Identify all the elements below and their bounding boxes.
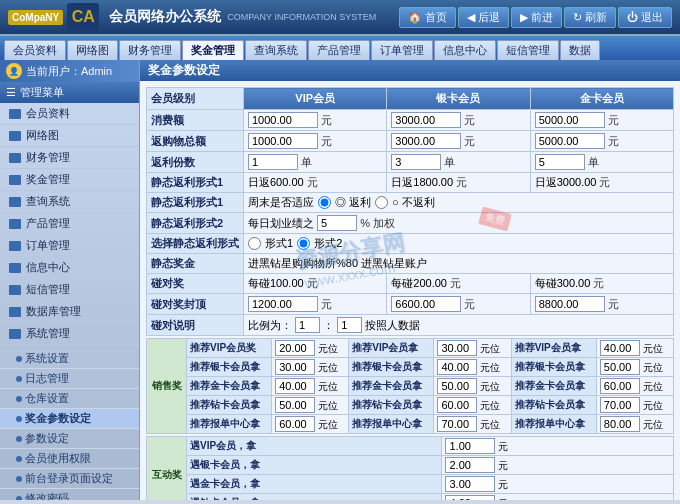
tab-network[interactable]: 网络图 [67,40,118,60]
sr3u1: 元位 [318,400,338,411]
封顶vip-input[interactable] [248,296,318,312]
sr0c3-input[interactable] [600,340,640,356]
yuan10: 元 [307,277,318,289]
sidebar-item-system[interactable]: 系统管理 [0,323,139,345]
封顶silver-input[interactable] [391,296,461,312]
sidebar-item-db[interactable]: 数据库管理 [0,301,139,323]
sr2c2-input[interactable] [437,378,477,394]
sidebar-sub-front-page[interactable]: 前台登录页面设定 [0,469,139,489]
sidebar-item-query[interactable]: 查询系统 [0,191,139,213]
sr4c1-input[interactable] [275,416,315,432]
碰对奖-gold: 每碰300.00 元 [530,274,673,294]
static3-label: 静态返利形式2 [147,213,244,234]
tab-members[interactable]: 会员资料 [4,40,66,60]
static1-label: 静态返利形式1 [147,173,244,193]
refresh-button[interactable]: ↻刷新 [564,7,616,28]
points-vip-input[interactable] [248,154,298,170]
sidebar-item-products[interactable]: 产品管理 [0,213,139,235]
sidebar-sub-log[interactable]: 日志管理 [0,369,139,389]
sidebar-sub-permissions[interactable]: 会员使用权限 [0,449,139,469]
consume-vip-input[interactable] [248,112,318,128]
tab-products[interactable]: 产品管理 [308,40,370,60]
radio-no-return[interactable] [375,196,388,209]
碰对封顶-label: 碰对奖封顶 [147,294,244,315]
sr2c1-input[interactable] [275,378,315,394]
ratio-input1[interactable] [295,317,320,333]
sr4c3-input[interactable] [600,416,640,432]
yuan9: 元 [599,176,610,188]
sales-r1c3l: 推荐银卡会员拿 [511,358,596,377]
points-silver-input[interactable] [391,154,441,170]
tab-data[interactable]: 数据 [560,40,600,60]
tab-sms[interactable]: 短信管理 [497,40,559,60]
sidebar-item-orders[interactable]: 订单管理 [0,235,139,257]
sidebar-item-info[interactable]: 信息中心 [0,257,139,279]
sidebar-item-sms[interactable]: 短信管理 [0,279,139,301]
dan2: 单 [444,156,455,168]
sidebar-sub-params[interactable]: 参数设定 [0,429,139,449]
consume-gold: 元 [530,110,673,131]
points-gold-input[interactable] [535,154,585,170]
return-gold-input[interactable] [535,133,605,149]
sr0c2-input[interactable] [437,340,477,356]
sr1c2-input[interactable] [437,359,477,375]
sidebar-sub-change-password[interactable]: 修改密码 [0,489,139,500]
sidebar-item-network[interactable]: 网络图 [0,125,139,147]
radio-return[interactable] [318,196,331,209]
consume-gold-input[interactable] [535,112,605,128]
return-amount-label: 返购物总额 [147,131,244,152]
dong2-input[interactable] [445,476,495,492]
碰v2: 每碰200.00 [391,277,447,289]
tab-query[interactable]: 查询系统 [245,40,307,60]
封顶gold-input[interactable] [535,296,605,312]
return-silver-input[interactable] [391,133,461,149]
sales-r0c3: 元位 [596,339,673,358]
dong3-input[interactable] [445,495,495,500]
sr3c3-input[interactable] [600,397,640,413]
dong0-input[interactable] [445,438,495,454]
return-vip-input[interactable] [248,133,318,149]
forward-button[interactable]: ▶前进 [511,7,562,28]
tab-orders[interactable]: 订单管理 [371,40,433,60]
dong3u: 元 [498,498,508,500]
radio-form2[interactable] [297,237,310,250]
sr2c3-input[interactable] [600,378,640,394]
radio-group-2: 形式1 形式2 [248,236,669,251]
tab-bonus[interactable]: 奖金管理 [182,40,244,60]
static3-input[interactable] [317,215,357,231]
back-button[interactable]: ◀后退 [458,7,509,28]
sidebar-sub-bonus-params[interactable]: 奖金参数设定 [0,409,139,429]
main-layout: 👤 当前用户：Admin ☰ 管理菜单 会员资料 网络图 财务管理 奖金管理 查… [0,60,680,500]
sales-r2c2: 元位 [434,377,511,396]
sales-row1-label: 推荐银卡会员拿 [187,358,272,377]
sidebar-item-finance[interactable]: 财务管理 [0,147,139,169]
sr1c3-input[interactable] [600,359,640,375]
sr3c2-input[interactable] [437,397,477,413]
sr3c1-input[interactable] [275,397,315,413]
colon: ： [323,319,334,331]
sidebar-item-bonus[interactable]: 奖金管理 [0,169,139,191]
radio-form1[interactable] [248,237,261,250]
consume-silver-input[interactable] [391,112,461,128]
static-bonus-desc: 进黑钻星购购物所%80 进黑钻星账户 [244,254,674,274]
sidebar-sub-warehouse[interactable]: 仓库设置 [0,389,139,409]
dong0u: 元 [498,441,508,452]
sales-r3c3l: 推荐钻卡会员拿 [511,396,596,415]
sidebar-item-members[interactable]: 会员资料 [0,103,139,125]
sr0c1-input[interactable] [275,340,315,356]
sales-row0-label: 推荐VIP会员奖 [187,339,272,358]
sales-r1c3: 元位 [596,358,673,377]
dong1-input[interactable] [445,457,495,473]
yuan6: 元 [608,135,619,147]
tab-finance[interactable]: 财务管理 [119,40,181,60]
ratio-input2[interactable] [337,317,362,333]
封顶-vip: 元 [244,294,387,315]
exit-button[interactable]: ⏻退出 [618,7,672,28]
sales-section-label: 销售奖 [147,339,187,434]
sr1c1-input[interactable] [275,359,315,375]
tab-info[interactable]: 信息中心 [434,40,496,60]
sr2u3: 元位 [643,381,663,392]
sr4c2-input[interactable] [437,416,477,432]
sidebar-sub-system-settings[interactable]: 系统设置 [0,349,139,369]
home-button[interactable]: 🏠首页 [399,7,456,28]
